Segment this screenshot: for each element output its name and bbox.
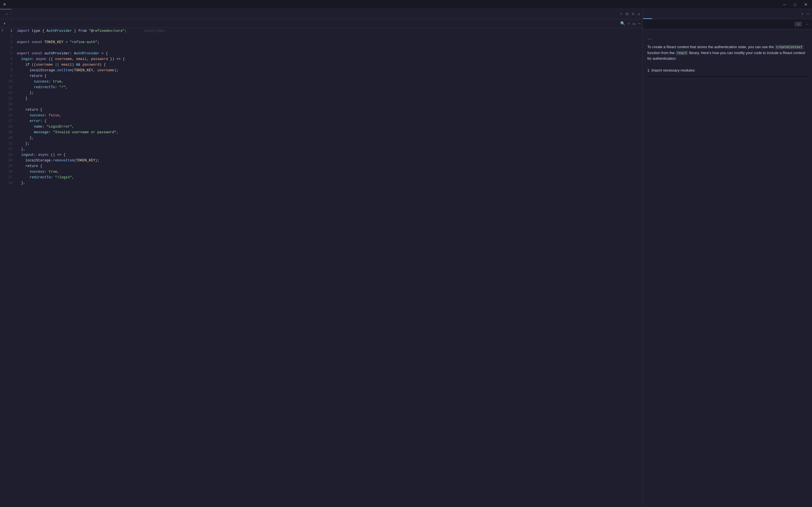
line-number-26: 26 [4,169,16,175]
line-content-28: }, [16,180,643,186]
line-content-15: return { [16,107,643,113]
history-button[interactable]: ↺ [637,11,641,17]
split-editor-button[interactable]: ⧉ [625,11,629,17]
ai-tab-bar: + ⋯ [643,9,812,19]
close-button[interactable]: ✕ [802,2,810,7]
wand-toolbar-icon[interactable]: ✦ [627,21,629,26]
line-number-13: 13 [4,96,16,101]
code-line-20: 20 }, [0,135,643,141]
overflow-toolbar-icon[interactable]: ⋯ [638,21,640,26]
line-content-23: logout: async () => { [16,152,643,158]
ai-model-selector[interactable]: ▾ [795,22,802,26]
title-bar: ≡ ─ □ ✕ [0,0,812,9]
code-line-23: 23 logout: async () => { [0,152,643,158]
code-line-8: 8 localStorage.setItem(TOKEN_KEY, userna… [0,68,643,73]
line-number-20: 20 [4,135,16,141]
line-content-25: return { [16,163,643,169]
code-line-17: 17 error: { [0,118,643,124]
code-line-13: 13 } [0,96,643,101]
code-line-26: 26 success: true, [0,169,643,175]
ai-assistant-badge [647,39,652,40]
code-line-16: 16 success: false, [0,113,643,118]
editor-tab-auth[interactable]: ✕ [0,9,11,19]
code-line-3: 3 export const TOKEN_KEY = "refine-auth"… [0,40,643,45]
line-number-15: 15 [4,107,16,113]
ai-menu-icon[interactable]: ⋯ [806,22,809,26]
title-ser4[interactable] [9,4,11,5]
search-toolbar-icon[interactable]: 🔍 [620,21,625,26]
ai-menu-button[interactable]: ⋯ [806,11,810,17]
line-number-9: 9 [4,73,16,79]
editor-tab-bar: ✕ + ⧉ ⊡ ↺ [0,9,643,19]
line-number-24: 24 [4,158,16,163]
ai-tab-refine[interactable] [643,9,652,19]
line-content-6: login: async ({ username, email, passwor… [16,56,643,62]
title-branch[interactable] [22,4,25,5]
ai-assistant-text: To create a React context that stores th… [647,44,808,62]
format-toolbar-icon[interactable]: ⚌ [632,21,636,26]
line-indicator-1: ⚡ [0,28,4,33]
code-line-12: 12 }; [0,90,643,96]
code-lines: ⚡ 1 import type { AuthProvider } from "@… [0,28,643,186]
editor-toolbar: ⚡ 🔍 ✦ ⚌ ⋯ [0,19,643,28]
code-line-6: 6 login: async ({ username, email, passw… [0,56,643,62]
line-number-6: 6 [4,56,16,62]
ai-step-1: 1. Import necessary modules: [647,68,808,73]
code-line-25: 25 return { [0,163,643,169]
line-content-18: name: "LoginError", [16,124,643,129]
minimize-button[interactable]: ─ [781,2,788,7]
menu-icon[interactable]: ≡ [2,1,7,8]
chevron-down-icon: ▾ [798,22,800,26]
line-number-19: 19 [4,129,16,135]
line-number-27: 27 [4,175,16,180]
code-line-10: 10 success: true, [0,79,643,84]
line-number-18: 18 [4,124,16,129]
ai-chat[interactable]: To create a React context that stores th… [643,29,812,507]
ai-header-controls: ▾ ⋯ [795,22,809,26]
line-number-17: 17 [4,118,16,124]
line-number-10: 10 [4,79,16,84]
code-editor[interactable]: ⚡ 1 import type { AuthProvider } from "@… [0,28,643,507]
maximize-button[interactable]: □ [792,2,799,7]
code-line-21: 21 }; [0,141,643,147]
line-content-19: message: "Invalid username or password", [16,129,643,135]
ai-tab-actions: + ⋯ [798,9,812,19]
line-content-9: return { [16,73,643,79]
ai-new-tab-button[interactable]: + [801,11,804,17]
code-line-19: 19 message: "Invalid username or passwor… [0,129,643,135]
ai-code-block-header-1 [647,76,808,78]
maximize-editor-button[interactable]: ⊡ [631,11,635,17]
lightning-icon: ⚡ [2,21,7,26]
code-line-15: 15 return { [0,107,643,113]
line-number-28: 28 [4,180,16,186]
line-content-3: export const TOKEN_KEY = "refine-auth"; [16,40,643,45]
line-number-7: 7 [4,62,16,68]
code-line-7: 7 if ((username || email) && password) { [0,62,643,68]
tab-close-icon[interactable]: ✕ [6,12,8,16]
ai-assistant-message: To create a React context that stores th… [647,38,808,80]
line-content-11: redirectTo: "/", [16,84,643,90]
line-content-24: localStorage.removeItem(TOKEN_KEY); [16,158,643,163]
line-number-23: 23 [4,152,16,158]
code-line-9: 9 return { [0,73,643,79]
line-content-5: export const authProvider: AuthProvider … [16,51,643,56]
line-content-27: redirectTo: "/login", [16,175,643,180]
code-line-4: 4 [0,45,643,51]
line-number-5: 5 [4,51,16,56]
line-content-7: if ((username || email) && password) { [16,62,643,68]
ai-badge [647,38,808,44]
line-content-13: } [16,96,643,101]
line-number-25: 25 [4,163,16,169]
line-number-21: 21 [4,141,16,147]
code-line-24: 24 localStorage.removeItem(TOKEN_KEY); [0,158,643,163]
line-content-10: success: true, [16,79,643,84]
ai-inline-code-react: react [675,51,688,55]
line-number-11: 11 [4,84,16,90]
ai-code-block-1 [647,76,808,78]
code-line-14: 14 [0,101,643,107]
toolbar-icons: 🔍 ✦ ⚌ ⋯ [620,21,640,26]
code-line-11: 11 redirectTo: "/", [0,84,643,90]
title-project[interactable] [16,4,18,5]
line-content-20: }, [16,135,643,141]
new-tab-button[interactable]: + [619,11,623,17]
